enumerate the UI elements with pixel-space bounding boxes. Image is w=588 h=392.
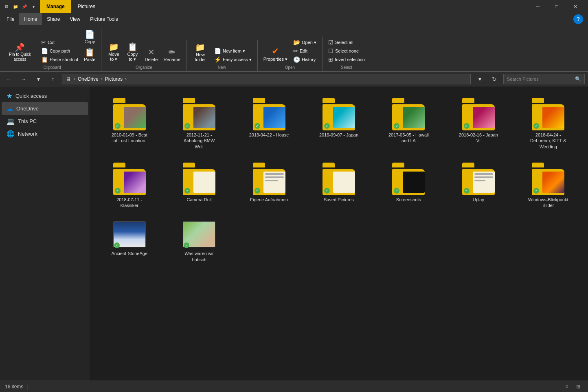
details-view-button[interactable]: ≡	[562, 383, 572, 391]
list-item[interactable]: ✓ Camera Roll	[167, 159, 230, 212]
open-icon: 📂	[293, 39, 300, 46]
menu-view[interactable]: View	[65, 13, 85, 25]
list-item[interactable]: ✓ 2016-09-07 - Japan	[307, 95, 370, 153]
up-button[interactable]: ↑	[47, 73, 59, 85]
back-button[interactable]: ←	[3, 73, 15, 85]
large-icons-view-button[interactable]: ⊞	[573, 383, 583, 391]
file-label: 2018-07-11 - Klassiker	[109, 197, 150, 209]
properties-button[interactable]: ✔ Properties ▾	[261, 45, 290, 64]
list-item[interactable]: ✓ 2018-04-24 - DeLorean, KITT & Wedding	[517, 95, 580, 153]
sync-check: ✓	[115, 123, 121, 129]
address-dropdown-button[interactable]: ▾	[474, 73, 485, 85]
move-to-button[interactable]: 📁 Moveto ▾	[105, 41, 123, 64]
paste-shortcut-icon: 📋	[41, 56, 48, 63]
ribbon-content: 📌 Pin to Quickaccess ✂ Cut 📄 Copy path 📋	[0, 27, 588, 71]
manage-tab[interactable]: Manage	[40, 0, 71, 13]
list-item[interactable]: ✓ 2013-04-22 - House	[237, 95, 301, 153]
rename-icon: ✏	[169, 48, 176, 56]
pin-icon[interactable]: 📌	[21, 3, 28, 10]
sidebar-item-quick-access[interactable]: ★ Quick access	[2, 90, 88, 102]
new-folder-button[interactable]: 📁 Newfolder	[190, 42, 211, 64]
easy-access-button[interactable]: ⚡ Easy access ▾	[212, 55, 254, 64]
pin-to-quick-access-button[interactable]: 📌 Pin to Quickaccess	[7, 42, 33, 64]
sidebar-item-network[interactable]: 🌐 Network	[2, 128, 88, 140]
list-item[interactable]: ✓ Uplay	[447, 159, 510, 212]
invert-selection-icon: ⊞	[328, 56, 333, 63]
file-area: ✓ 2010-01-09 - Best of Lost Location ✓ 2…	[90, 86, 588, 381]
file-label: 2017-05-05 - Hawaii and LA	[388, 132, 429, 144]
list-item[interactable]: ✓ Was waren wir hübsch	[167, 218, 230, 266]
search-box[interactable]: 🔍	[503, 74, 585, 84]
list-item[interactable]: ✓ 2018-02-16 - Japan VI	[447, 95, 510, 153]
select-all-button[interactable]: ☑ Select all	[326, 38, 367, 46]
invert-selection-button[interactable]: ⊞ Invert selection	[326, 55, 367, 64]
file-label: 2018-04-24 - DeLorean, KITT & Wedding	[528, 132, 568, 150]
list-item[interactable]: ✓ Ancient-StoneAge	[98, 218, 161, 266]
file-label: 2018-02-16 - Japan VI	[458, 132, 499, 144]
list-item[interactable]: ✓ 2010-01-09 - Best of Lost Location	[98, 95, 161, 153]
rename-button[interactable]: ✏ Rename	[161, 46, 183, 64]
folder-preview	[403, 107, 425, 128]
folder-preview	[124, 107, 146, 128]
delete-button[interactable]: ✕ Delete	[142, 46, 160, 64]
main-area: ★ Quick access ☁ OneDrive 💻 This PC 🌐 Ne…	[0, 86, 588, 381]
select-none-button[interactable]: ☐ Select none	[326, 47, 367, 55]
invert-selection-label: Invert selection	[335, 57, 365, 62]
sidebar-item-this-pc[interactable]: 💻 This PC	[2, 115, 88, 128]
help-button[interactable]: ?	[573, 14, 583, 24]
list-item[interactable]: ✓ 2012-11-21 - Abholung BMW Welt	[167, 95, 230, 153]
copy-path-button[interactable]: 📄 Copy path	[39, 47, 81, 55]
cut-button[interactable]: ✂ Cut	[39, 38, 81, 46]
folder-preview	[333, 107, 355, 128]
new-item-button[interactable]: 📄 New item ▾	[212, 47, 254, 55]
line	[265, 176, 284, 178]
menu-home[interactable]: Home	[19, 13, 42, 25]
sync-check: ✓	[184, 242, 189, 248]
file-label: 2010-01-09 - Best of Lost Location	[109, 132, 150, 144]
list-item[interactable]: ✓ Windows-Blickpunkt Bilder	[517, 159, 580, 212]
title-bar-icons: 🖥 📁 📌 ▾	[3, 3, 37, 10]
copy-button[interactable]: 📄 Copy	[81, 29, 98, 46]
file-label: Was waren wir hübsch	[179, 251, 219, 262]
copy-to-button[interactable]: 📋 Copyto ▾	[123, 41, 141, 64]
down-icon[interactable]: ▾	[30, 3, 37, 10]
search-icon: 🔍	[575, 76, 581, 82]
easy-access-label: Easy access ▾	[223, 57, 252, 62]
sidebar-item-onedrive[interactable]: ☁ OneDrive	[2, 102, 88, 115]
list-item[interactable]: ✓ 2017-05-05 - Hawaii and LA	[377, 95, 440, 153]
onedrive-label: OneDrive	[16, 106, 39, 112]
edit-button[interactable]: ✏ Edit	[291, 47, 319, 55]
line	[265, 173, 284, 175]
paste-shortcut-button[interactable]: 📋 Paste shortcut	[39, 55, 81, 64]
file-label: 2013-04-22 - House	[249, 132, 289, 138]
maximize-button[interactable]: □	[547, 0, 566, 13]
path-onedrive[interactable]: OneDrive	[78, 76, 99, 82]
list-item[interactable]: ✓ Saved Pictures	[307, 159, 370, 212]
clipboard-buttons: 📌 Pin to Quickaccess ✂ Cut 📄 Copy path 📋	[7, 29, 98, 64]
menu-picture-tools[interactable]: Picture Tools	[85, 13, 123, 25]
minimize-button[interactable]: ─	[529, 0, 547, 13]
path-pictures[interactable]: Pictures	[105, 76, 123, 82]
refresh-button[interactable]: ↻	[489, 73, 500, 85]
copy-to-label: Copyto ▾	[127, 52, 138, 62]
folder-tab	[392, 98, 404, 103]
forward-button[interactable]: →	[18, 73, 29, 85]
folder-preview	[263, 172, 285, 193]
search-input[interactable]	[507, 77, 573, 81]
menu-file[interactable]: File	[2, 13, 19, 25]
list-item[interactable]: ✓ Eigene Aufnahmen	[237, 159, 301, 212]
history-button[interactable]: 🕑 History	[291, 55, 319, 64]
sync-check: ✓	[184, 188, 190, 194]
close-button[interactable]: ✕	[566, 0, 585, 13]
open-button[interactable]: 📂 Open ▾	[291, 38, 319, 46]
quick-access-icon[interactable]: 📁	[12, 3, 19, 10]
menu-share[interactable]: Share	[42, 13, 65, 25]
select-all-label: Select all	[335, 40, 353, 45]
list-item[interactable]: ✓ Screenshots	[377, 159, 440, 212]
history-label: History	[302, 57, 316, 62]
address-path[interactable]: 🖥 › OneDrive › Pictures ›	[62, 74, 471, 84]
list-item[interactable]: ✓ 2018-07-11 - Klassiker	[98, 159, 161, 212]
folder-preview	[193, 107, 215, 128]
paste-button[interactable]: 📋 Paste	[81, 46, 98, 64]
recent-button[interactable]: ▾	[33, 73, 44, 85]
